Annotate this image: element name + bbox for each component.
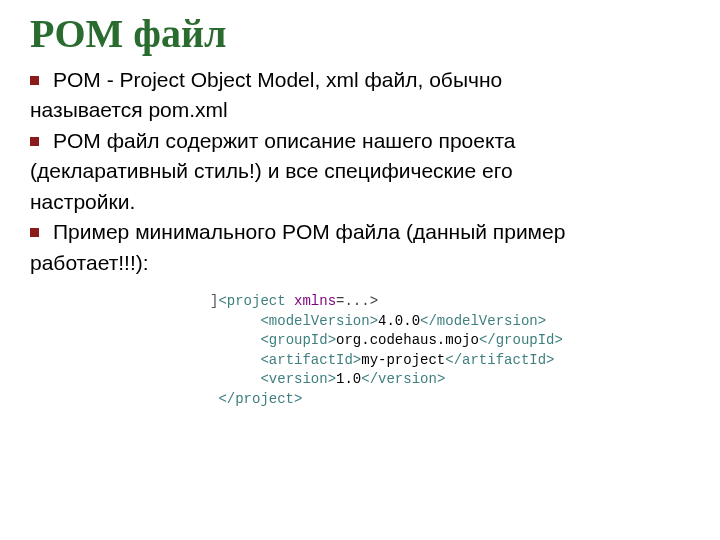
code-token: <groupId> bbox=[260, 332, 336, 348]
bullet-text: POM - Project Object Model, xml файл, об… bbox=[53, 65, 502, 95]
bullet-text: POM файл содержит описание нашего проект… bbox=[53, 126, 515, 156]
bullet-text: Пример минимального POM файла (данный пр… bbox=[53, 217, 565, 247]
bullet-icon bbox=[30, 76, 39, 85]
bullet-item: Пример минимального POM файла (данный пр… bbox=[30, 217, 690, 247]
page-title: POM файл bbox=[30, 10, 690, 57]
code-token: <version> bbox=[260, 371, 336, 387]
code-token: <project bbox=[218, 293, 294, 309]
code-token: 4.0.0 bbox=[378, 313, 420, 329]
code-token: </project> bbox=[218, 391, 302, 407]
bullet-continuation: называется pom.xml bbox=[30, 95, 690, 125]
code-token: 1.0 bbox=[336, 371, 361, 387]
bullet-item: POM файл содержит описание нашего проект… bbox=[30, 126, 690, 156]
code-token: </modelVersion> bbox=[420, 313, 546, 329]
slide: POM файл POM - Project Object Model, xml… bbox=[0, 0, 720, 540]
bullet-continuation: настройки. bbox=[30, 187, 690, 217]
code-token: <modelVersion> bbox=[260, 313, 378, 329]
code-token: </version> bbox=[361, 371, 445, 387]
code-token: org.codehaus.mojo bbox=[336, 332, 479, 348]
bullet-icon bbox=[30, 228, 39, 237]
bullet-continuation: работает!!!): bbox=[30, 248, 690, 278]
code-token: xmlns bbox=[294, 293, 336, 309]
bullet-continuation: (декларативный стиль!) и все специфическ… bbox=[30, 156, 690, 186]
body-text: POM - Project Object Model, xml файл, об… bbox=[30, 65, 690, 278]
code-token: </artifactId> bbox=[445, 352, 554, 368]
code-token: </groupId> bbox=[479, 332, 563, 348]
bullet-icon bbox=[30, 137, 39, 146]
code-token: my-project bbox=[361, 352, 445, 368]
code-snippet: ]<project xmlns=...> <modelVersion>4.0.0… bbox=[210, 292, 690, 410]
code-token: <artifactId> bbox=[260, 352, 361, 368]
code-token: =...> bbox=[336, 293, 378, 309]
bullet-item: POM - Project Object Model, xml файл, об… bbox=[30, 65, 690, 95]
